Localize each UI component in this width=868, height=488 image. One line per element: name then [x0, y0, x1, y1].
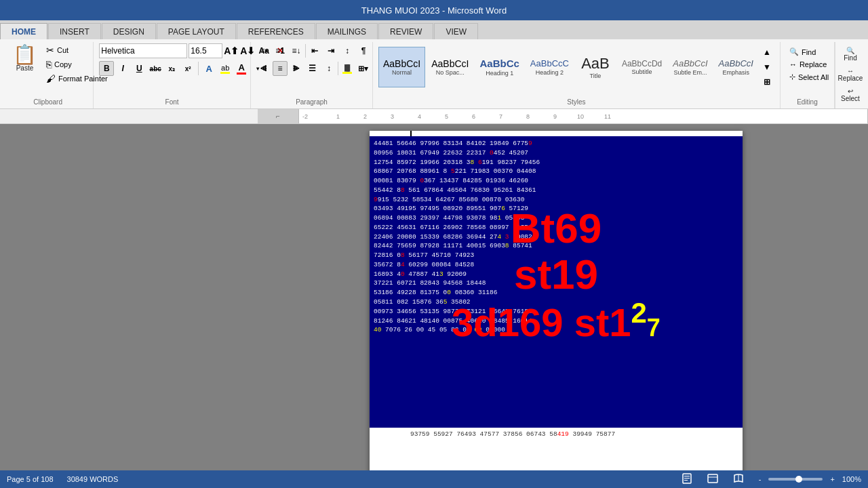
style-title-preview: AaB	[581, 55, 610, 73]
status-right: - + 100%	[677, 471, 861, 487]
bottom-row-1: 93759 55927 76493 47577 37856 06743 5841…	[410, 430, 702, 438]
clipboard-label: Clipboard	[33, 98, 62, 106]
ruler-mark-4: 4	[418, 113, 421, 120]
zoom-out-button[interactable]: -	[754, 473, 766, 485]
copy-label: Copy	[54, 60, 72, 68]
style-subtitle[interactable]: AaBbCcDd Subtitle	[617, 47, 667, 87]
strikethrough-button[interactable]: abc	[148, 61, 163, 76]
para-bottom-row: ⫷ ≡ ⫸ ☰ ↕ ▓ ⊞▾ ▾	[256, 61, 387, 76]
borders-button[interactable]: ⊞▾	[356, 61, 371, 76]
replace-panel-button[interactable]: ↔ Replace	[835, 65, 867, 84]
ruler-mark-neg2: -2	[302, 113, 308, 120]
cut-icon: ✂	[46, 45, 54, 56]
find-icon: 🔍	[789, 47, 799, 56]
print-layout-view-button[interactable]	[677, 471, 697, 487]
print-layout-icon	[682, 473, 692, 484]
font-grow-button[interactable]: A⬆	[224, 43, 239, 58]
tab-view[interactable]: VIEW	[434, 23, 478, 39]
tab-page-layout[interactable]: PAGE LAYOUT	[157, 23, 236, 39]
style-normal-name: Normal	[392, 69, 412, 76]
shading-button[interactable]: ▓	[340, 61, 355, 76]
style-title-name: Title	[590, 73, 601, 79]
styles-scroll-up[interactable]: ▲	[760, 45, 774, 60]
grid-row-2: 80956 18031 67949 22632 22317 0452 45207	[374, 148, 738, 158]
show-hide-button[interactable]: ¶	[356, 43, 371, 58]
font-name-input[interactable]	[99, 43, 187, 58]
tab-design[interactable]: DESIGN	[102, 23, 156, 39]
text-effects-button[interactable]: A	[201, 61, 216, 76]
style-no-spacing-name: No Spac...	[436, 69, 465, 76]
tab-mailings[interactable]: MAILINGS	[316, 23, 378, 39]
style-emphasis[interactable]: AaBbCcI Emphasis	[714, 47, 758, 87]
zoom-thumb[interactable]	[795, 476, 802, 483]
svg-rect-4	[708, 474, 717, 483]
style-subtitle-preview: AaBbCcDd	[622, 59, 662, 68]
style-normal[interactable]: AaBbCcI Normal	[378, 47, 425, 87]
select-icon: ⊹	[789, 73, 795, 81]
subscript-button[interactable]: x₂	[164, 61, 179, 76]
number-list-button[interactable]: ≡1	[273, 43, 288, 58]
font-color-button[interactable]: A	[234, 61, 249, 76]
style-heading2-preview: AaBbCcC	[530, 58, 569, 69]
document-image[interactable]: 44481 56646 97996 83134 84102 19849 6775…	[370, 136, 743, 428]
ruler-mark-5: 5	[445, 113, 448, 120]
big-text-line3: 3d169 st127	[452, 298, 660, 344]
bold-button[interactable]: B	[99, 61, 114, 76]
style-heading1-name: Heading 1	[486, 70, 513, 77]
style-heading2[interactable]: AaBbCcC Heading 2	[526, 47, 574, 87]
select-button[interactable]: ⊹ Select All	[786, 71, 832, 83]
tab-bar: HOME INSERT DESIGN PAGE LAYOUT REFERENCE…	[0, 20, 868, 39]
styles-scroll-down[interactable]: ▼	[760, 60, 774, 75]
superscript-button[interactable]: x²	[180, 61, 195, 76]
styles-expand[interactable]: ⊞	[760, 75, 774, 89]
replace-button[interactable]: ↔ Replace	[786, 59, 832, 70]
ruler-corner: ⌐	[276, 113, 280, 120]
select-label: Select All	[798, 73, 829, 81]
read-view-button[interactable]	[728, 471, 749, 487]
increase-indent-button[interactable]: ⇥	[323, 43, 338, 58]
tab-home[interactable]: HOME	[0, 23, 47, 39]
bullet-list-button[interactable]: ≡•	[256, 43, 271, 58]
text-highlight-button[interactable]: ab	[218, 61, 233, 76]
underline-button[interactable]: U	[132, 61, 146, 76]
style-heading2-name: Heading 2	[536, 69, 564, 76]
big-text-container: Bt69 st19 3d169 st127	[452, 205, 660, 345]
tab-review[interactable]: REVIEW	[378, 23, 433, 39]
line-spacing-button[interactable]: ↕	[321, 61, 336, 76]
select-panel-button[interactable]: ↩ Select	[837, 85, 863, 104]
align-center-button[interactable]: ≡	[273, 61, 288, 76]
main-area: 44481 56646 97996 83134 84102 19849 6775…	[0, 124, 868, 479]
style-heading1-preview: AaBbCc	[479, 58, 519, 70]
zoom-slider[interactable]	[768, 478, 823, 481]
decrease-indent-button[interactable]: ⇤	[307, 43, 322, 58]
style-no-spacing[interactable]: AaBbCcI No Spac...	[427, 47, 473, 87]
tab-references[interactable]: REFERENCES	[237, 23, 315, 39]
editing-group: 🔍 Find ↔ Replace ⊹ Select All Editing	[781, 42, 835, 108]
page-area[interactable]: 44481 56646 97996 83134 84102 19849 6775…	[258, 124, 854, 479]
document-page[interactable]: 44481 56646 97996 83134 84102 19849 6775…	[370, 131, 743, 479]
style-title[interactable]: AaB Title	[575, 47, 616, 87]
find-panel-button[interactable]: 🔍 Find	[840, 45, 860, 64]
tab-insert[interactable]: INSERT	[48, 23, 101, 39]
paragraph-label: Paragraph	[296, 98, 328, 106]
paste-button[interactable]: 📋 Paste	[8, 43, 41, 74]
justify-button[interactable]: ☰	[305, 61, 320, 76]
ruler-mark-7: 7	[499, 113, 502, 120]
italic-button[interactable]: I	[115, 61, 130, 76]
multilevel-list-button[interactable]: ≡↓	[289, 43, 304, 58]
big-text-line1: Bt69	[452, 205, 660, 251]
style-heading1[interactable]: AaBbCc Heading 1	[475, 47, 524, 87]
align-right-button[interactable]: ⫸	[289, 61, 304, 76]
align-left-button[interactable]: ⫷	[256, 61, 271, 76]
word-count: 30849 WORDS	[67, 475, 119, 483]
web-layout-view-button[interactable]	[703, 471, 723, 487]
ruler-bar: ⌐ -2 1 2 3 4 5 6 7 8 9 10 11	[0, 109, 868, 124]
font-size-input[interactable]	[189, 43, 222, 58]
sort-button[interactable]: ↕	[340, 43, 355, 58]
style-subtle-emphasis[interactable]: AaBbCcI Subtle Em...	[668, 47, 712, 87]
copy-icon: ⎘	[46, 59, 52, 70]
find-button[interactable]: 🔍 Find	[786, 46, 832, 58]
ruler-content: -2 1 2 3 4 5 6 7 8 9 10 11	[298, 109, 868, 123]
style-normal-preview: AaBbCcI	[383, 58, 420, 70]
zoom-in-button[interactable]: +	[825, 473, 839, 485]
